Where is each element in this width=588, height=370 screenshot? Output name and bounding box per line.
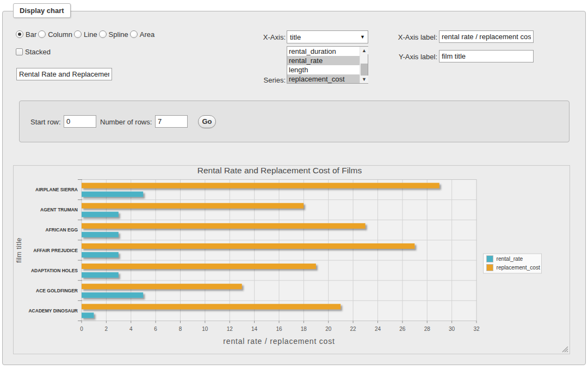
radio-button-icon[interactable] xyxy=(16,30,23,38)
series-option-length[interactable]: length xyxy=(287,65,360,74)
svg-text:10: 10 xyxy=(202,326,208,332)
x-axis-select[interactable]: title ▼ xyxy=(287,30,368,43)
radio-button-icon[interactable] xyxy=(38,30,46,38)
radio-label: Spline xyxy=(109,30,128,39)
x-axis-select-label: X-Axis: xyxy=(242,33,286,41)
start-row-label: Start row: xyxy=(30,118,60,126)
radio-label: Line xyxy=(84,30,97,39)
category-label: AGENT TRUMAN xyxy=(40,207,78,212)
series-select-label: Series: xyxy=(242,76,286,84)
svg-text:20: 20 xyxy=(325,326,332,332)
svg-text:30: 30 xyxy=(449,326,455,332)
svg-text:2: 2 xyxy=(105,326,108,332)
series-option-replacement_cost[interactable]: replacement_cost xyxy=(287,74,360,83)
legend-label: rental_rate xyxy=(497,256,523,262)
go-button[interactable]: Go xyxy=(198,115,216,128)
category-label: AIRPLANE SIERRA xyxy=(35,187,78,192)
radio-button-icon[interactable] xyxy=(74,30,82,38)
category-label: AFRICAN EGG xyxy=(46,227,78,233)
chart-container: 02468101214161820222426283032AIRPLANE SI… xyxy=(13,165,570,354)
chart-type-radio-group: BarColumnLineSplineArea xyxy=(16,30,154,39)
stacked-checkbox[interactable] xyxy=(16,48,23,55)
radio-button-icon[interactable] xyxy=(99,30,107,38)
series-option-rental_duration[interactable]: rental_duration xyxy=(287,47,360,56)
scrollbar-down-icon[interactable]: ▼ xyxy=(360,76,368,83)
resize-grip-icon[interactable] xyxy=(562,346,568,353)
scrollbar-up-icon[interactable]: ▲ xyxy=(360,47,368,54)
page: Display chart BarColumnLineSplineArea St… xyxy=(0,0,588,370)
y-axis-label-input[interactable] xyxy=(439,50,534,62)
x-axis-select-value: title xyxy=(287,33,360,41)
category-label: ADAPTATION HOLES xyxy=(31,268,78,273)
series-option-rental_rate[interactable]: rental_rate xyxy=(287,56,360,65)
svg-text:6: 6 xyxy=(154,326,157,332)
chart-title-input[interactable] xyxy=(16,68,112,80)
chart-type-radio-column[interactable]: Column xyxy=(38,30,72,39)
svg-text:14: 14 xyxy=(251,326,258,332)
category-label: ACE GOLDFINGER xyxy=(36,288,78,293)
bar-chart: 02468101214161820222426283032AIRPLANE SI… xyxy=(14,166,570,354)
chart-type-radio-area[interactable]: Area xyxy=(130,30,154,39)
select-dropdown-arrow-icon: ▼ xyxy=(360,34,368,40)
svg-text:18: 18 xyxy=(301,326,307,332)
radio-label: Column xyxy=(48,30,72,39)
stacked-checkbox-row: Stacked xyxy=(16,48,51,55)
x-axis-label-label: X-Axis label: xyxy=(383,33,437,41)
chart-title: Rental Rate and Replacement Cost of Film… xyxy=(197,166,362,175)
svg-text:28: 28 xyxy=(424,326,431,332)
series-listbox-scrollbar[interactable]: ▲ ▼ xyxy=(360,47,368,83)
start-row-input[interactable] xyxy=(64,115,96,128)
svg-text:0: 0 xyxy=(80,326,83,332)
chart-type-radio-line[interactable]: Line xyxy=(74,30,97,39)
category-label: AFFAIR PREJUDICE xyxy=(33,248,78,253)
svg-text:4: 4 xyxy=(129,326,133,332)
svg-text:32: 32 xyxy=(473,326,480,332)
legend-label: replacement_cost xyxy=(497,265,541,271)
num-rows-label: Number of rows: xyxy=(100,118,151,126)
chart-type-radio-bar[interactable]: Bar xyxy=(16,30,36,39)
y-axis-label-label: Y-Axis label: xyxy=(383,53,437,61)
chart-legend: rental_ratereplacement_cost xyxy=(484,254,542,273)
series-listbox[interactable]: rental_durationrental_ratelengthreplacem… xyxy=(287,46,368,84)
radio-label: Area xyxy=(140,30,154,39)
svg-text:16: 16 xyxy=(276,326,282,332)
svg-text:12: 12 xyxy=(227,326,233,332)
x-axis-title: rental rate / replacement cost xyxy=(223,337,335,346)
y-axis-title: film title xyxy=(15,237,23,262)
radio-label: Bar xyxy=(26,30,36,39)
svg-text:24: 24 xyxy=(375,326,381,332)
svg-text:26: 26 xyxy=(399,326,406,332)
svg-text:22: 22 xyxy=(350,326,357,332)
num-rows-input[interactable] xyxy=(155,115,188,128)
category-label: ACADEMY DINOSAUR xyxy=(28,308,78,313)
chart-type-radio-spline[interactable]: Spline xyxy=(99,30,128,39)
series-options: rental_durationrental_ratelengthreplacem… xyxy=(287,47,360,83)
scrollbar-thumb[interactable] xyxy=(361,64,368,77)
svg-text:8: 8 xyxy=(179,326,182,332)
radio-button-icon[interactable] xyxy=(130,30,138,38)
stacked-label: Stacked xyxy=(25,48,51,56)
fieldset-legend: Display chart xyxy=(13,3,71,18)
x-axis-label-input[interactable] xyxy=(439,30,534,43)
